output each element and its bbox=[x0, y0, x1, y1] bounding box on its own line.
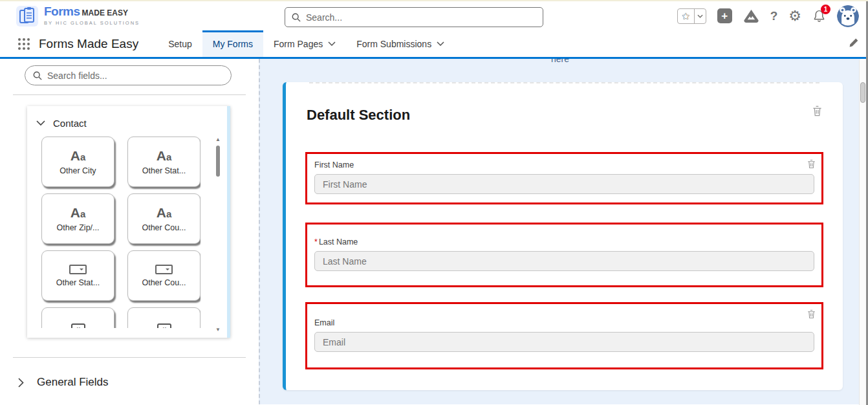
form-field-email[interactable]: Email bbox=[305, 302, 823, 369]
tab-form-submissions[interactable]: Form Submissions bbox=[346, 30, 455, 57]
global-search[interactable] bbox=[285, 7, 543, 27]
help-button[interactable]: ? bbox=[770, 9, 778, 23]
scroll-down-arrow[interactable]: ▼ bbox=[215, 327, 221, 333]
field-tile-other-state-picklist[interactable]: Other Stat... bbox=[41, 250, 114, 301]
drop-zone-dashed-line bbox=[309, 82, 819, 83]
default-section-card: Default Section First Name *Last Name bbox=[283, 82, 843, 390]
global-search-input[interactable] bbox=[306, 12, 536, 23]
field-tile-other-city[interactable]: Aa Other City bbox=[41, 137, 114, 187]
field-tile-other-zip[interactable]: Aa Other Zip/... bbox=[41, 193, 114, 244]
first-name-input[interactable] bbox=[314, 174, 814, 194]
favorite-star-button[interactable]: ★ bbox=[678, 9, 695, 23]
form-field-first-name[interactable]: First Name bbox=[305, 152, 823, 204]
text-field-icon: Aa bbox=[71, 149, 86, 162]
picklist-field-icon bbox=[155, 265, 173, 274]
tab-my-forms[interactable]: My Forms bbox=[202, 30, 263, 57]
delete-field-button[interactable] bbox=[807, 309, 816, 322]
field-tile-other-country-picklist[interactable]: Other Cou... bbox=[127, 250, 201, 301]
required-marker: * bbox=[314, 237, 318, 246]
form-builder-canvas: here Default Section First Name bbox=[259, 59, 860, 404]
app-header: FormsMADE EASY BY HIC GLOBAL SOLUTIONS ★… bbox=[0, 1, 868, 30]
field-label: First Name bbox=[314, 160, 814, 170]
logo-suffix: MADE EASY bbox=[82, 8, 128, 17]
chevron-right-icon bbox=[18, 378, 24, 388]
field-tile-other-state[interactable]: Aa Other Stat... bbox=[127, 137, 201, 187]
fields-sidebar: Contact Aa Other City Aa Other Stat... A… bbox=[0, 59, 259, 404]
number-field-icon: # bbox=[157, 323, 171, 328]
clipboard-logo-icon bbox=[16, 5, 39, 27]
field-search[interactable] bbox=[25, 65, 232, 85]
logo-brand: Forms bbox=[44, 5, 80, 18]
drop-hint-clipped: here bbox=[260, 59, 860, 65]
notifications-button[interactable]: 1 bbox=[812, 9, 826, 23]
number-field-icon: # bbox=[71, 323, 85, 328]
user-avatar[interactable] bbox=[837, 5, 859, 27]
field-label: Email bbox=[314, 318, 814, 327]
panel-scrollbar-thumb[interactable] bbox=[216, 146, 220, 177]
app-launcher-button[interactable] bbox=[18, 38, 30, 50]
contact-fields-panel: Contact Aa Other City Aa Other Stat... A… bbox=[27, 106, 230, 338]
trash-icon bbox=[807, 159, 816, 169]
trash-icon bbox=[812, 105, 822, 116]
text-field-icon: Aa bbox=[157, 149, 172, 162]
contact-section-label: Contact bbox=[53, 118, 87, 129]
divider bbox=[13, 357, 246, 358]
search-icon bbox=[292, 13, 301, 22]
favorites-dropdown-button[interactable] bbox=[695, 9, 706, 23]
field-tile-other-country[interactable]: Aa Other Cou... bbox=[127, 193, 201, 244]
chevron-down-icon bbox=[437, 41, 444, 46]
nav-tabs: Setup My Forms Form Pages Form Submissio… bbox=[158, 30, 455, 57]
general-fields-section-toggle[interactable]: General Fields bbox=[18, 376, 259, 389]
general-fields-label: General Fields bbox=[37, 376, 109, 389]
chevron-down-icon bbox=[328, 41, 336, 46]
contact-section-toggle[interactable]: Contact bbox=[27, 106, 227, 133]
chevron-down-icon bbox=[36, 120, 45, 126]
form-field-last-name[interactable]: *Last Name bbox=[305, 223, 823, 287]
edit-nav-button[interactable] bbox=[849, 38, 859, 50]
tab-setup[interactable]: Setup bbox=[158, 30, 202, 57]
avatar-bear-icon bbox=[837, 5, 859, 27]
quick-add-button[interactable]: + bbox=[717, 8, 732, 23]
window-scrollbar[interactable] bbox=[859, 60, 866, 405]
favorites-split-button: ★ bbox=[677, 8, 706, 24]
app-name: Forms Made Easy bbox=[39, 37, 138, 51]
picklist-field-icon bbox=[69, 265, 87, 274]
text-field-icon: Aa bbox=[157, 206, 172, 219]
delete-field-button[interactable] bbox=[807, 159, 816, 171]
field-search-input[interactable] bbox=[47, 71, 223, 81]
email-input[interactable] bbox=[314, 332, 814, 352]
window-scrollbar-thumb[interactable] bbox=[860, 82, 865, 103]
notification-badge: 1 bbox=[821, 5, 830, 14]
pencil-icon bbox=[849, 38, 859, 48]
forms-made-easy-logo: FormsMADE EASY BY HIC GLOBAL SOLUTIONS bbox=[16, 5, 140, 27]
field-tile-number[interactable]: # bbox=[127, 307, 201, 328]
last-name-input[interactable] bbox=[314, 251, 814, 271]
chevron-down-icon bbox=[697, 14, 703, 18]
contact-fields-scroll-area: Aa Other City Aa Other Stat... Aa Other … bbox=[41, 137, 201, 328]
delete-section-button[interactable] bbox=[812, 105, 822, 119]
search-icon bbox=[33, 71, 42, 80]
trash-icon bbox=[807, 309, 816, 319]
field-label: *Last Name bbox=[314, 237, 814, 246]
trailhead-button[interactable] bbox=[743, 9, 759, 23]
app-navbar: Forms Made Easy Setup My Forms Form Page… bbox=[0, 30, 868, 59]
logo-tagline: BY HIC GLOBAL SOLUTIONS bbox=[44, 20, 140, 26]
text-field-icon: Aa bbox=[71, 206, 86, 219]
trailhead-icon bbox=[743, 9, 759, 23]
divider bbox=[13, 94, 246, 95]
panel-scrollbar: ▲ ▼ bbox=[215, 137, 221, 333]
section-title: Default Section bbox=[307, 107, 823, 124]
tab-form-pages[interactable]: Form Pages bbox=[263, 30, 346, 57]
scroll-up-arrow[interactable]: ▲ bbox=[215, 137, 221, 142]
field-tile-number[interactable]: # bbox=[41, 307, 114, 328]
setup-gear-button[interactable]: ⚙ bbox=[788, 9, 801, 23]
